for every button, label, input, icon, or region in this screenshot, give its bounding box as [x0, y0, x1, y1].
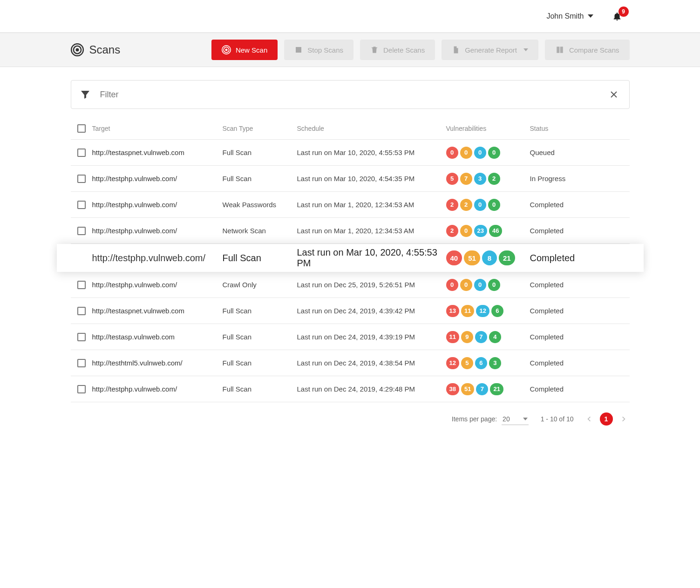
- table-row[interactable]: http://testphp.vulnweb.com/Network ScanL…: [71, 218, 630, 244]
- row-vulnerabilities: 0000: [446, 279, 530, 291]
- select-all-checkbox[interactable]: [77, 124, 86, 133]
- row-status: Completed: [530, 385, 630, 393]
- col-status[interactable]: Status: [530, 125, 630, 132]
- row-vulnerabilities: 202346: [446, 225, 530, 237]
- row-schedule: Last run on Dec 24, 2019, 4:29:48 PM: [297, 385, 446, 393]
- row-target: http://testphp.vulnweb.com/: [92, 201, 223, 209]
- items-per-page-value: 20: [503, 415, 510, 423]
- row-status: Completed: [530, 359, 630, 367]
- stop-scans-button[interactable]: Stop Scans: [284, 40, 353, 60]
- row-scan-type: Full Scan: [223, 385, 297, 393]
- table-row[interactable]: http://testhtml5.vulnweb.com/Full ScanLa…: [71, 350, 630, 376]
- vuln-pill: 46: [489, 225, 502, 237]
- row-target: http://testphp.vulnweb.com/: [92, 253, 223, 264]
- vuln-pill: 2: [446, 199, 458, 211]
- row-checkbox[interactable]: [77, 281, 86, 289]
- clear-filter-button[interactable]: [607, 88, 621, 101]
- table-row[interactable]: http://testphp.vulnweb.com/Full ScanLast…: [57, 244, 644, 272]
- vuln-pill: 12: [476, 305, 489, 317]
- table-row[interactable]: http://testphp.vulnweb.com/Full ScanLast…: [71, 376, 630, 402]
- next-page-button[interactable]: [620, 414, 627, 424]
- row-schedule: Last run on Dec 25, 2019, 5:26:51 PM: [297, 281, 446, 289]
- row-checkbox[interactable]: [77, 201, 86, 209]
- row-scan-type: Network Scan: [223, 227, 297, 235]
- row-status: Completed: [530, 333, 630, 341]
- table-row[interactable]: http://testaspnet.vulnweb.comFull ScanLa…: [71, 140, 630, 166]
- user-menu[interactable]: John Smith: [546, 12, 593, 20]
- col-scantype[interactable]: Scan Type: [223, 125, 297, 132]
- generate-report-button[interactable]: Generate Report: [442, 40, 538, 60]
- table-row[interactable]: http://testphp.vulnweb.com/Full ScanLast…: [71, 166, 630, 192]
- vuln-pill: 7: [476, 383, 488, 395]
- table-row[interactable]: http://testphp.vulnweb.com/Crawl OnlyLas…: [71, 272, 630, 298]
- row-target: http://testphp.vulnweb.com/: [92, 281, 223, 289]
- filter-input[interactable]: [99, 89, 607, 100]
- prev-page-button[interactable]: [586, 414, 592, 424]
- col-vulns[interactable]: Vulnerabilities: [446, 125, 530, 132]
- row-checkbox[interactable]: [77, 307, 86, 315]
- page-range: 1 - 10 of 10: [541, 415, 574, 423]
- vuln-pill: 0: [446, 147, 458, 159]
- row-vulnerabilities: 2200: [446, 199, 530, 211]
- table-row[interactable]: http://testphp.vulnweb.com/Weak Password…: [71, 192, 630, 218]
- new-scan-button[interactable]: New Scan: [211, 40, 278, 60]
- vuln-pill: 4: [489, 331, 501, 343]
- table-row[interactable]: http://testasp.vulnweb.comFull ScanLast …: [71, 324, 630, 350]
- table-header: Target Scan Type Schedule Vulnerabilitie…: [71, 117, 630, 140]
- vuln-pill: 9: [461, 331, 473, 343]
- col-target[interactable]: Target: [92, 125, 223, 132]
- vuln-pill: 2: [446, 225, 458, 237]
- vuln-pill: 3: [474, 173, 486, 185]
- compare-scans-label: Compare Scans: [569, 46, 619, 54]
- compare-icon: [555, 46, 564, 54]
- row-checkbox[interactable]: [77, 175, 86, 183]
- row-checkbox[interactable]: [77, 359, 86, 367]
- row-scan-type: Full Scan: [223, 359, 297, 367]
- vuln-pill: 13: [446, 305, 459, 317]
- col-schedule[interactable]: Schedule: [297, 125, 446, 132]
- row-target: http://testphp.vulnweb.com/: [92, 385, 223, 393]
- vuln-pill: 11: [461, 305, 474, 317]
- vuln-pill: 8: [482, 250, 497, 265]
- row-vulnerabilities: 3851721: [446, 383, 530, 395]
- vuln-pill: 2: [460, 199, 472, 211]
- vuln-pill: 51: [461, 383, 474, 395]
- page-title-text: Scans: [89, 43, 121, 56]
- document-icon: [452, 46, 460, 54]
- row-scan-type: Full Scan: [223, 253, 297, 264]
- row-checkbox[interactable]: [77, 333, 86, 341]
- vuln-pill: 0: [488, 147, 500, 159]
- notifications-button[interactable]: 9: [612, 11, 622, 21]
- close-icon: [610, 90, 618, 99]
- chevron-down-icon: [588, 14, 593, 18]
- row-checkbox[interactable]: [77, 385, 86, 393]
- vuln-pill: 0: [460, 147, 472, 159]
- row-scan-type: Full Scan: [223, 175, 297, 182]
- row-scan-type: Full Scan: [223, 333, 297, 341]
- row-scan-type: Full Scan: [223, 149, 297, 156]
- top-bar: John Smith 9: [0, 0, 700, 33]
- user-name: John Smith: [546, 12, 584, 20]
- trash-icon: [370, 46, 379, 54]
- compare-scans-button[interactable]: Compare Scans: [545, 40, 630, 60]
- svg-point-3: [225, 49, 227, 51]
- row-target: http://testphp.vulnweb.com/: [92, 227, 223, 235]
- items-per-page-select[interactable]: 20: [502, 413, 529, 425]
- svg-point-0: [75, 48, 79, 52]
- row-checkbox[interactable]: [77, 149, 86, 157]
- row-vulnerabilities: 5732: [446, 173, 530, 185]
- vuln-pill: 5: [461, 357, 473, 369]
- notification-count: 9: [618, 7, 629, 17]
- chevron-down-icon: [523, 418, 528, 420]
- row-target: http://testphp.vulnweb.com/: [92, 175, 223, 182]
- table-row[interactable]: http://testaspnet.vulnweb.comFull ScanLa…: [71, 298, 630, 324]
- delete-scans-button[interactable]: Delete Scans: [360, 40, 435, 60]
- current-page[interactable]: 1: [600, 412, 613, 426]
- chevron-down-icon: [523, 48, 528, 51]
- row-checkbox[interactable]: [77, 227, 86, 235]
- vuln-pill: 11: [446, 331, 459, 343]
- row-target: http://testaspnet.vulnweb.com: [92, 307, 223, 315]
- row-target: http://testasp.vulnweb.com: [92, 333, 223, 341]
- vuln-pill: 0: [474, 147, 486, 159]
- vuln-pill: 7: [475, 331, 487, 343]
